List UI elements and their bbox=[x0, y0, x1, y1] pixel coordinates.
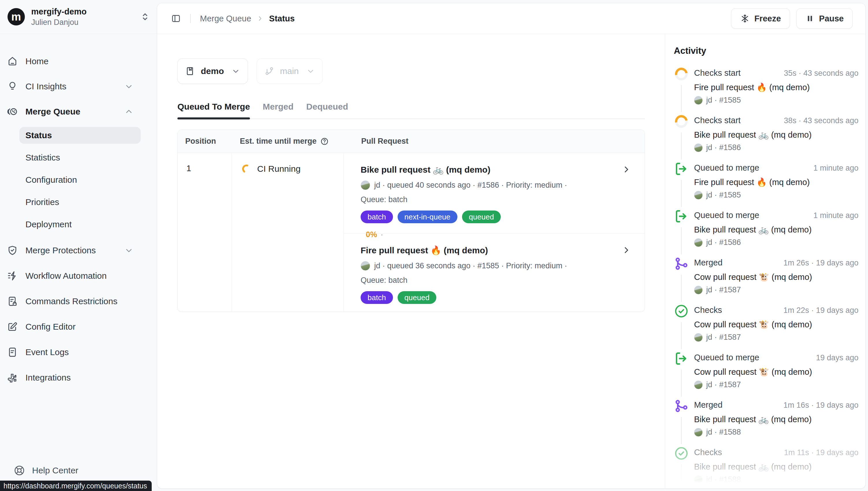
sidebar-item-priorities[interactable]: Priorities bbox=[0, 191, 158, 213]
edit-square-icon bbox=[7, 321, 18, 332]
activity-entry[interactable]: Checks1m 22s · 19 days ago Cow pull requ… bbox=[674, 304, 859, 345]
activity-entry-body[interactable]: Bike pull request 🚲 (mq demo) bbox=[694, 462, 859, 472]
pull-request-item[interactable]: Bike pull request 🚲 (mq demo) jd · queue… bbox=[344, 153, 645, 233]
activity-entry-body[interactable]: Fire pull request 🔥 (mq demo) bbox=[694, 82, 859, 92]
activity-entry-sub: jd · #1587 bbox=[706, 380, 741, 389]
sidebar: m mergify-demo Julien Danjou Home CI Ins… bbox=[0, 0, 158, 491]
activity-entry-meta: 1 minute ago bbox=[813, 211, 859, 220]
pause-button[interactable]: Pause bbox=[796, 8, 853, 29]
activity-entry-sub: jd · #1587 bbox=[706, 333, 741, 342]
tab-queued-to-merge[interactable]: Queued To Merge bbox=[178, 102, 250, 119]
activity-entry-meta: 1 minute ago bbox=[813, 164, 859, 173]
file-lock-icon bbox=[7, 296, 18, 307]
pr-title[interactable]: Bike pull request 🚲 (mq demo) bbox=[361, 165, 490, 175]
puzzle-icon bbox=[7, 372, 18, 383]
chevron-down-icon bbox=[231, 67, 240, 76]
sidebar-item-deployment[interactable]: Deployment bbox=[0, 213, 158, 235]
sidebar-item-ci-insights[interactable]: CI Insights bbox=[0, 74, 158, 99]
repo-select[interactable]: demo bbox=[178, 58, 248, 84]
activity-entry[interactable]: Queued to merge19 days ago Cow pull requ… bbox=[674, 351, 859, 393]
position-cell: 1 bbox=[178, 153, 232, 312]
activity-entry[interactable]: Merged1m 26s · 19 days ago Cow pull requ… bbox=[674, 256, 859, 298]
merge-queue-subnav: Status Statistics Configuration Prioriti… bbox=[0, 127, 158, 235]
home-icon bbox=[7, 56, 18, 67]
activity-entry-sub: jd · #1587 bbox=[706, 285, 741, 294]
pause-label: Pause bbox=[819, 14, 844, 23]
activity-entry-title: Checks bbox=[694, 305, 722, 315]
activity-entry-sub: jd · #1588 bbox=[706, 428, 741, 437]
sidebar-nav-bottom: Merge Protections Workflow Automation Co… bbox=[0, 238, 158, 391]
activity-entry-body[interactable]: Cow pull request 🐮 (mq demo) bbox=[694, 320, 859, 329]
activity-entry-title: Merged bbox=[694, 258, 722, 267]
merged-icon bbox=[674, 256, 689, 271]
table-row: 1 CI Running Bike pull request 🚲 (mq dem… bbox=[178, 153, 645, 312]
activity-entry-meta: 1m 22s · 19 days ago bbox=[783, 306, 859, 315]
sidebar-item-event-logs[interactable]: Event Logs bbox=[0, 340, 158, 365]
sidebar-item-home[interactable]: Home bbox=[0, 49, 158, 74]
sidebar-item-integrations[interactable]: Integrations bbox=[0, 365, 158, 391]
activity-entry-title: Queued to merge bbox=[694, 163, 760, 173]
queue-tabs: Queued To Merge Merged Dequeued bbox=[178, 102, 645, 119]
sidebar-item-label: Statistics bbox=[25, 153, 60, 163]
activity-entry[interactable]: Queued to merge1 minute ago Fire pull re… bbox=[674, 161, 859, 203]
avatar bbox=[694, 286, 703, 294]
tab-dequeued[interactable]: Dequeued bbox=[306, 102, 348, 119]
activity-entry[interactable]: Checks start38s · 43 seconds ago Bike pu… bbox=[674, 114, 859, 155]
sidebar-item-label: Integrations bbox=[25, 373, 71, 382]
activity-entry-sub: jd · #1586 bbox=[706, 238, 741, 247]
help-center-label: Help Center bbox=[32, 466, 78, 475]
tab-merged[interactable]: Merged bbox=[262, 102, 293, 119]
git-branch-icon bbox=[265, 66, 274, 76]
activity-entry[interactable]: Checks1m 11s · 19 days ago Bike pull req… bbox=[674, 446, 859, 488]
sidebar-item-configuration[interactable]: Configuration bbox=[0, 169, 158, 191]
activity-entry-title: Checks bbox=[694, 447, 722, 457]
activity-entry-body[interactable]: Bike pull request 🚲 (mq demo) bbox=[694, 225, 859, 234]
breadcrumb-merge-queue[interactable]: Merge Queue bbox=[200, 14, 251, 23]
lightbulb-icon bbox=[7, 81, 18, 92]
shield-check-icon bbox=[7, 245, 18, 256]
sidebar-item-config-editor[interactable]: Config Editor bbox=[0, 314, 158, 340]
snowflake-icon bbox=[740, 13, 750, 23]
sidebar-item-status[interactable]: Status bbox=[19, 127, 141, 144]
activity-list: Checks start35s · 43 seconds ago Fire pu… bbox=[674, 66, 859, 488]
checks-spinner-icon bbox=[674, 66, 689, 82]
pr-queue: Queue: batch bbox=[361, 195, 633, 204]
workflow-zap-icon bbox=[7, 270, 18, 281]
sidebar-item-help-center[interactable]: Help Center bbox=[0, 462, 158, 479]
pull-request-item[interactable]: Fire pull request 🔥 (mq demo) jd · queue… bbox=[344, 233, 645, 312]
sidebar-item-label: Commands Restrictions bbox=[25, 296, 117, 306]
activity-entry[interactable]: Merged1m 16s · 19 days ago Bike pull req… bbox=[674, 399, 859, 440]
sidebar-item-merge-protections[interactable]: Merge Protections bbox=[0, 238, 158, 263]
sidebar-item-label: Merge Protections bbox=[25, 246, 96, 255]
activity-entry[interactable]: Queued to merge1 minute ago Bike pull re… bbox=[674, 209, 859, 251]
ci-running-label: CI Running bbox=[257, 164, 301, 174]
org-switcher[interactable]: m mergify-demo Julien Danjou bbox=[0, 0, 158, 34]
chevron-right-icon[interactable] bbox=[620, 245, 633, 255]
activity-entry-body[interactable]: Bike pull request 🚲 (mq demo) bbox=[694, 414, 859, 424]
table-header: Position Est. time until merge Pull Requ… bbox=[178, 130, 645, 153]
chevron-right-icon[interactable] bbox=[620, 165, 633, 174]
sidebar-item-workflow-automation[interactable]: Workflow Automation bbox=[0, 263, 158, 289]
sidebar-item-statistics[interactable]: Statistics bbox=[0, 146, 158, 169]
pr-title[interactable]: Fire pull request 🔥 (mq demo) bbox=[361, 245, 488, 255]
freeze-button[interactable]: Freeze bbox=[731, 8, 790, 29]
chevrons-up-down-icon[interactable] bbox=[140, 11, 150, 22]
badge-batch: batch bbox=[361, 291, 393, 304]
activity-entry-body[interactable]: Cow pull request 🐮 (mq demo) bbox=[694, 272, 859, 282]
pull-request-cell: Bike pull request 🚲 (mq demo) jd · queue… bbox=[344, 153, 645, 312]
activity-entry-title: Queued to merge bbox=[694, 210, 760, 220]
activity-entry-body[interactable]: Fire pull request 🔥 (mq demo) bbox=[694, 177, 859, 187]
activity-entry-body[interactable]: Bike pull request 🚲 (mq demo) bbox=[694, 130, 859, 140]
column-est-time: Est. time until merge bbox=[232, 137, 344, 146]
sidebar-item-merge-queue[interactable]: Merge Queue bbox=[0, 99, 158, 124]
sidebar-toggle-icon[interactable] bbox=[171, 13, 181, 23]
activity-entry[interactable]: Checks start35s · 43 seconds ago Fire pu… bbox=[674, 66, 859, 108]
help-circle-icon[interactable] bbox=[320, 137, 329, 146]
avatar bbox=[361, 180, 370, 190]
branch-select[interactable]: main bbox=[256, 58, 323, 84]
activity-entry-body[interactable]: Cow pull request 🐮 (mq demo) bbox=[694, 367, 859, 377]
sidebar-item-commands-restrictions[interactable]: Commands Restrictions bbox=[0, 289, 158, 314]
sidebar-item-label: Deployment bbox=[25, 220, 72, 229]
mergify-logo: m bbox=[7, 8, 25, 25]
activity-title: Activity bbox=[674, 46, 859, 56]
